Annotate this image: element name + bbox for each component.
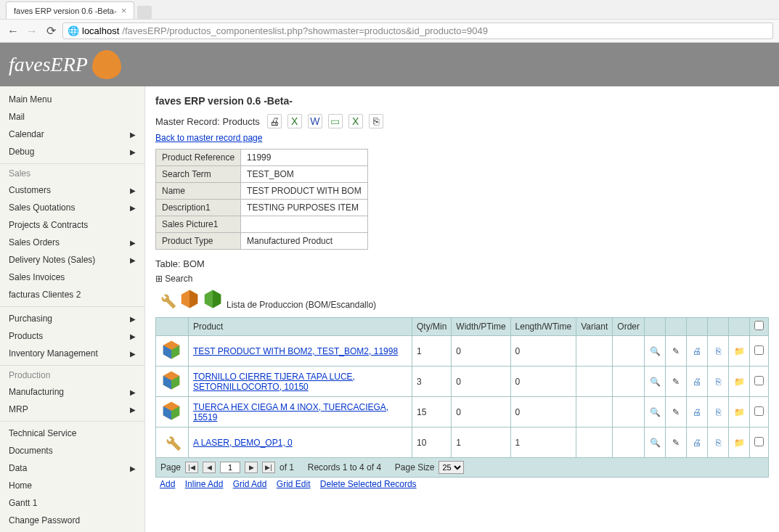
sidebar-item-label: Change Password xyxy=(9,515,80,525)
view-icon[interactable]: 🔍 xyxy=(649,345,661,357)
sidebar-item[interactable]: facturas Clientes 2 xyxy=(0,286,144,303)
page-input[interactable] xyxy=(220,462,240,473)
copy-row-icon[interactable]: ⎘ xyxy=(712,345,724,357)
sidebar-item[interactable]: Home xyxy=(0,477,144,494)
view-icon[interactable]: 🔍 xyxy=(649,437,661,449)
close-tab-icon[interactable]: × xyxy=(121,5,127,16)
sidebar-item[interactable]: Sales Quotations▶ xyxy=(0,199,144,216)
search-label: Search xyxy=(165,274,192,284)
edit-icon[interactable]: ✎ xyxy=(670,406,682,418)
sidebar-item[interactable]: Products▶ xyxy=(0,327,144,345)
page-size-select[interactable]: 25 xyxy=(439,461,464,474)
column-header[interactable]: Width/PTime xyxy=(452,318,510,336)
view-icon[interactable]: 🔍 xyxy=(649,406,661,418)
print-row-icon[interactable]: 🖨 xyxy=(691,437,703,449)
row-checkbox[interactable] xyxy=(754,437,764,446)
grid-add-link[interactable]: Grid Add xyxy=(233,479,267,489)
sidebar-item[interactable]: Debug▶ xyxy=(0,143,144,160)
edit-icon[interactable]: ✎ xyxy=(670,376,682,388)
word-icon[interactable]: W xyxy=(308,114,322,128)
product-link[interactable]: TUERCA HEX CIEGA M 4 INOX, TUERCACIEGA, … xyxy=(193,402,388,422)
sidebar-item[interactable]: Inventory Management▶ xyxy=(0,345,144,362)
product-link[interactable]: TEST PRODUCT WITH BOM2, TEST_BOM2, 11998 xyxy=(193,346,398,356)
sidebar-item[interactable]: Technical Service xyxy=(0,425,144,442)
sidebar-item[interactable]: Data▶ xyxy=(0,459,144,477)
view-icon[interactable]: 🔍 xyxy=(649,376,661,388)
print-row-icon[interactable]: 🖨 xyxy=(691,345,703,357)
xml-icon[interactable]: X xyxy=(348,114,363,128)
folder-icon[interactable]: 📁 xyxy=(733,406,745,418)
detail-table: Product Reference11999Search TermTEST_BO… xyxy=(155,149,368,250)
delete-selected-link[interactable]: Delete Selected Records xyxy=(320,479,417,489)
copy-icon[interactable]: ⎘ xyxy=(369,114,383,128)
sidebar-item[interactable]: Documents xyxy=(0,442,144,459)
sidebar-item[interactable]: MRP▶ xyxy=(0,401,144,418)
csv-icon[interactable]: ▭ xyxy=(328,114,343,128)
product-link[interactable]: TORNILLO CIERRE TIJERA TAPA LUCE, SETORN… xyxy=(193,372,355,392)
back-button[interactable]: ← xyxy=(6,24,20,38)
product-link[interactable]: A LASER, DEMO_OP1, 0 xyxy=(193,438,293,448)
sidebar-item[interactable]: Sales Orders▶ xyxy=(0,234,144,251)
print-row-icon[interactable]: 🖨 xyxy=(691,376,703,388)
sidebar-item[interactable]: Sales Invoices xyxy=(0,269,144,286)
edit-icon[interactable]: ✎ xyxy=(670,437,682,449)
column-header[interactable]: Product xyxy=(189,318,412,336)
forward-button[interactable]: → xyxy=(25,24,39,38)
sidebar-item[interactable]: Manufacturing▶ xyxy=(0,383,144,401)
add-link[interactable]: Add xyxy=(160,479,175,489)
grid-edit-link[interactable]: Grid Edit xyxy=(277,479,311,489)
tools-row: Lista de Produccion (BOM/Escandallo) xyxy=(155,288,769,310)
product-cell: A LASER, DEMO_OP1, 0 xyxy=(189,427,412,458)
print-row-icon[interactable]: 🖨 xyxy=(691,406,703,418)
column-header[interactable] xyxy=(156,318,189,336)
sidebar-item[interactable]: Main Menu xyxy=(0,91,144,108)
detail-key: Search Term xyxy=(156,166,241,183)
reload-button[interactable]: ⟳ xyxy=(44,24,58,38)
column-header[interactable]: Order xyxy=(613,318,645,336)
row-checkbox[interactable] xyxy=(754,376,764,385)
row-checkbox[interactable] xyxy=(754,406,764,416)
expand-search[interactable]: ⊞ Search xyxy=(155,274,769,284)
sidebar-item[interactable]: Mail xyxy=(0,108,144,126)
sidebar-item[interactable]: Logout xyxy=(0,529,144,532)
next-page-button[interactable]: ▶ xyxy=(245,462,258,473)
sidebar-item[interactable]: Delivery Notes (Sales)▶ xyxy=(0,251,144,269)
order-cell xyxy=(613,367,645,397)
sidebar-item[interactable]: Calendar▶ xyxy=(0,126,144,143)
action-column xyxy=(666,318,687,336)
copy-row-icon[interactable]: ⎘ xyxy=(712,376,724,388)
edit-icon[interactable]: ✎ xyxy=(670,345,682,357)
cube-orange-icon xyxy=(179,288,200,310)
chevron-right-icon: ▶ xyxy=(130,388,136,396)
excel-icon[interactable]: X xyxy=(287,114,302,128)
inline-add-link[interactable]: Inline Add xyxy=(185,479,224,489)
logo-bug-icon xyxy=(92,50,121,79)
sidebar-item-label: Customers xyxy=(9,185,51,195)
folder-icon[interactable]: 📁 xyxy=(733,345,745,357)
column-header[interactable]: Variant xyxy=(576,318,613,336)
copy-row-icon[interactable]: ⎘ xyxy=(712,406,724,418)
sidebar-item[interactable]: Gantt 1 xyxy=(0,494,144,512)
folder-icon[interactable]: 📁 xyxy=(733,437,745,449)
first-page-button[interactable]: |◀ xyxy=(185,462,198,473)
print-icon[interactable]: 🖨 xyxy=(267,114,282,128)
back-to-master-link[interactable]: Back to master record page xyxy=(155,133,262,143)
sidebar-item[interactable]: Change Password xyxy=(0,512,144,529)
sidebar-item[interactable]: Projects & Contracts xyxy=(0,216,144,234)
select-all-checkbox[interactable] xyxy=(754,321,764,330)
sidebar-item[interactable]: Purchasing▶ xyxy=(0,310,144,327)
copy-row-icon[interactable]: ⎘ xyxy=(712,437,724,449)
last-page-button[interactable]: ▶| xyxy=(262,462,275,473)
sidebar-item-label: Home xyxy=(9,480,32,491)
sidebar-section-sales: Sales xyxy=(0,163,144,181)
new-tab-button[interactable] xyxy=(137,6,152,19)
url-field[interactable]: 🌐 localhost/favesERP/productos_component… xyxy=(62,22,773,39)
folder-icon[interactable]: 📁 xyxy=(733,376,745,388)
sidebar-item[interactable]: Customers▶ xyxy=(0,181,144,199)
column-header[interactable]: Length/WTime xyxy=(510,318,576,336)
row-checkbox[interactable] xyxy=(754,345,764,355)
column-header[interactable]: Qty/Min xyxy=(412,318,452,336)
prev-page-button[interactable]: ◀ xyxy=(203,462,216,473)
variant-cell xyxy=(576,367,613,397)
browser-tab[interactable]: faves ERP version 0.6 -Beta- × xyxy=(6,1,134,19)
